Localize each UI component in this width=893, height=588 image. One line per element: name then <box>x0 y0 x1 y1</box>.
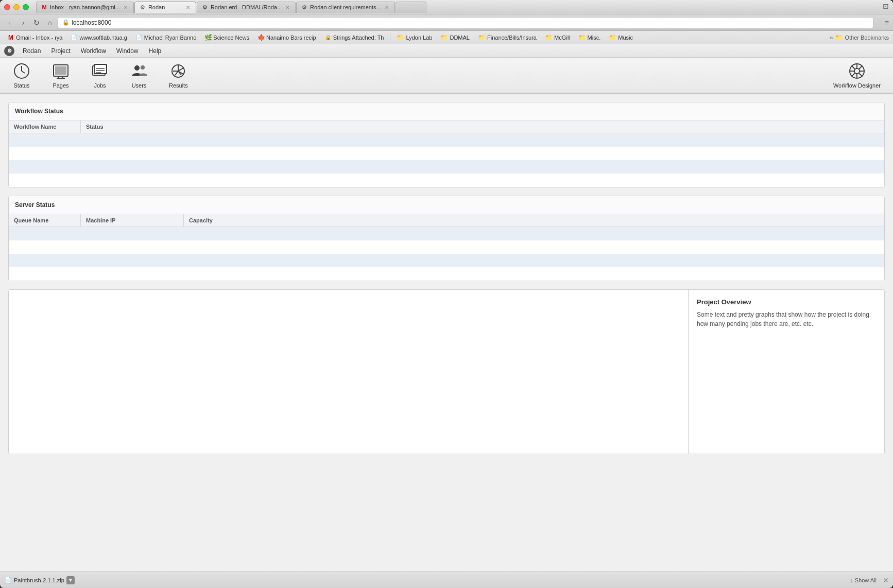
maximize-window-button[interactable] <box>23 4 29 10</box>
menu-project[interactable]: Project <box>47 46 74 56</box>
jobs-toolbar-label: Jobs <box>94 82 106 89</box>
toolbar-users-button[interactable]: Users <box>126 60 152 91</box>
bookmark-science-news-label: Science News <box>213 34 249 41</box>
bookmark-strings[interactable]: 🔒 Strings Attached: Th <box>321 33 387 42</box>
more-bookmarks-button[interactable]: » 📁 Other Bookmarks <box>830 34 889 41</box>
tab-gmail-label: Inbox - ryan.bannon@gmi... <box>50 4 120 10</box>
more-indicator: » <box>830 34 833 41</box>
workflow-designer-icon <box>848 62 866 80</box>
toolbar-jobs-button[interactable]: Jobs <box>87 60 113 91</box>
reload-button[interactable]: ↻ <box>31 17 42 28</box>
traffic-lights <box>4 4 29 10</box>
toolbar-results-button[interactable]: Results <box>165 60 192 91</box>
bookmark-lydon-lab-label: Lydon Lab <box>406 34 432 41</box>
toolbar-pages-button[interactable]: Pages <box>47 60 74 91</box>
pages-toolbar-label: Pages <box>53 82 68 89</box>
download-filename: Paintbrush-2.1.1.zip <box>14 577 64 583</box>
download-bar: 📄 Paintbrush-2.1.1.zip ▼ ↓ Show All ✕ <box>0 572 893 588</box>
bookmark-softlab[interactable]: 📄 www.softlab.ntua.g <box>67 33 130 42</box>
svg-line-29 <box>851 66 855 70</box>
tab-rodan-erd-label: Rodan erd - DDMAL/Roda... <box>211 4 282 10</box>
svg-line-21 <box>175 71 178 75</box>
workflow-status-section: Workflow Status Workflow Name Status <box>8 102 885 187</box>
svg-line-30 <box>859 73 863 77</box>
workflow-status-table: Workflow Name Status <box>9 120 884 187</box>
table-row <box>9 174 884 187</box>
gmail-bookmark-icon: M <box>7 34 14 41</box>
folder-misc-icon: 📁 <box>578 34 586 41</box>
bookmark-ddmal[interactable]: 📁 DDMAL <box>437 33 473 42</box>
workflow-designer-label: Workflow Designer <box>833 82 881 89</box>
bookmark-science-news[interactable]: 🌿 Science News <box>201 33 252 42</box>
tab-rodan-client-close-button[interactable]: ✕ <box>383 4 390 11</box>
table-row <box>9 240 884 254</box>
workflow-designer-button[interactable]: Workflow Designer <box>829 60 885 91</box>
tab-rodan-erd-close-button[interactable]: ✕ <box>284 4 291 11</box>
browser-menu-button[interactable]: ≡ <box>885 19 889 27</box>
bookmark-star-icon[interactable]: ☆ <box>875 18 883 27</box>
restore-button[interactable]: ⊡ <box>883 2 889 10</box>
rodan-favicon-icon: ⚙ <box>139 4 146 11</box>
tab-rodan-label: Rodan <box>148 4 182 10</box>
menu-window[interactable]: Window <box>112 46 143 56</box>
results-toolbar-label: Results <box>169 82 188 89</box>
address-bar: ‹ › ↻ ⌂ 🔒 localhost:8000 ☆ ≡ <box>0 14 893 31</box>
toolbar-status-button[interactable]: Status <box>8 60 35 91</box>
menu-workflow[interactable]: Workflow <box>77 46 110 56</box>
menu-help[interactable]: Help <box>145 46 166 56</box>
bookmark-gmail[interactable]: M Gmail - Inbox - rya <box>4 33 65 42</box>
other-bookmarks-folder-icon: 📁 <box>835 34 843 41</box>
bookmark-music[interactable]: 📁 Music <box>606 33 636 42</box>
github-client-favicon-icon: ⚙ <box>301 4 308 11</box>
server-status-section: Server Status Queue Name Machine IP Capa… <box>8 196 885 281</box>
tab-rodan[interactable]: ⚙ Rodan ✕ <box>134 2 196 13</box>
queue-name-header: Queue Name <box>9 214 81 227</box>
bookmark-lydon-lab[interactable]: 📁 Lydon Lab <box>393 33 435 42</box>
bookmark-softlab-label: www.softlab.ntua.g <box>79 34 127 41</box>
server-status-table-body <box>9 227 884 281</box>
tab-rodan-client-label: Rodan client requirements... <box>310 4 381 10</box>
bookmark-misc[interactable]: 📁 Misc. <box>575 33 604 42</box>
minimize-window-button[interactable] <box>13 4 20 10</box>
bookmark-finance-label: Finance/Bills/Insura <box>487 34 537 41</box>
home-button[interactable]: ⌂ <box>44 17 56 28</box>
menu-rodan[interactable]: Rodan <box>19 46 45 56</box>
tab-rodan-erd[interactable]: ⚙ Rodan erd - DDMAL/Roda... ✕ <box>197 2 296 13</box>
folder-mcgill-icon: 📁 <box>545 34 553 41</box>
lower-section: Project Overview Some text and pretty gr… <box>8 289 885 454</box>
show-all-label: Show All <box>855 577 877 583</box>
lower-left-panel <box>9 290 689 454</box>
bookmark-mcgill[interactable]: 📁 McGill <box>542 33 573 42</box>
bookmark-michael-label: Michael Ryan Banno <box>144 34 197 41</box>
michael-bookmark-icon: 📄 <box>135 34 143 41</box>
back-button[interactable]: ‹ <box>4 17 15 28</box>
pages-toolbar-icon <box>51 62 70 80</box>
workflow-status-table-header: Workflow Name Status <box>9 120 884 133</box>
svg-point-14 <box>134 65 140 71</box>
project-overview-panel: Project Overview Some text and pretty gr… <box>689 290 884 454</box>
tab-gmail[interactable]: M Inbox - ryan.bannon@gmi... ✕ <box>36 2 134 13</box>
bookmark-michael[interactable]: 📄 Michael Ryan Banno <box>132 33 200 42</box>
close-download-bar-button[interactable]: ✕ <box>883 576 889 584</box>
server-status-table: Queue Name Machine IP Capacity <box>9 214 884 281</box>
close-window-button[interactable] <box>4 4 10 10</box>
bookmark-finance[interactable]: 📁 Finance/Bills/Insura <box>475 33 540 42</box>
science-news-bookmark-icon: 🌿 <box>204 34 212 41</box>
tab-gmail-close-button[interactable]: ✕ <box>122 4 129 11</box>
tab-rodan-close-button[interactable]: ✕ <box>184 4 192 11</box>
lock-icon: 🔒 <box>62 19 70 26</box>
tab-rodan-client[interactable]: ⚙ Rodan client requirements... ✕ <box>296 2 395 13</box>
url-input[interactable]: 🔒 localhost:8000 <box>58 17 873 28</box>
download-dropdown-button[interactable]: ▼ <box>66 576 75 584</box>
capacity-header: Capacity <box>184 214 884 227</box>
folder-music-icon: 📁 <box>609 34 616 41</box>
forward-button[interactable]: › <box>18 17 29 28</box>
bookmark-nanaimo[interactable]: 🍁 Nanaimo Bars recip <box>254 33 319 42</box>
bookmark-mcgill-label: McGill <box>554 34 570 41</box>
status-toolbar-icon <box>12 62 31 80</box>
svg-line-18 <box>178 68 183 71</box>
tab-empty[interactable] <box>396 2 426 13</box>
show-all-downloads-button[interactable]: ↓ Show All <box>850 577 877 583</box>
results-toolbar-icon <box>169 62 187 80</box>
workflow-status-title: Workflow Status <box>9 102 884 120</box>
